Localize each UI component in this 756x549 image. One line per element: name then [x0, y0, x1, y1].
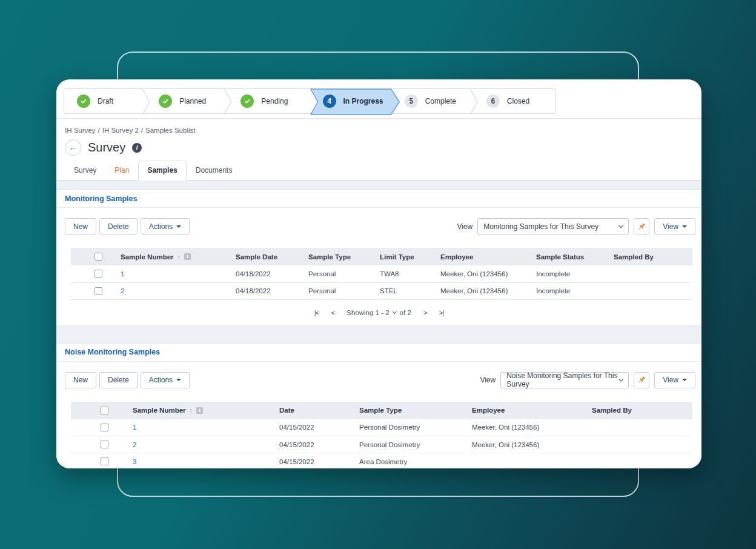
row-checkbox[interactable]: [101, 441, 108, 448]
step-planned[interactable]: Planned: [146, 89, 228, 113]
column-header-employee[interactable]: Employee: [433, 248, 529, 265]
sample-number-link[interactable]: 1: [133, 424, 136, 431]
new-button[interactable]: New: [65, 372, 96, 388]
step-label: Complete: [425, 97, 456, 105]
new-button[interactable]: New: [65, 218, 96, 235]
check-circle-icon: [240, 95, 254, 108]
column-label: Sample Number: [121, 253, 174, 261]
delete-button[interactable]: Delete: [99, 218, 138, 235]
cell-sampled-by: [585, 419, 692, 436]
sample-number-link[interactable]: 2: [133, 441, 136, 448]
back-button[interactable]: ←: [65, 139, 81, 156]
view-label: View: [480, 376, 496, 384]
cell-sample-date: 04/18/2022: [228, 282, 301, 299]
column-header-sample-type[interactable]: Sample Type: [352, 402, 465, 419]
actions-button[interactable]: Actions: [141, 372, 190, 388]
row-checkbox[interactable]: [101, 458, 108, 465]
step-draft[interactable]: Draft: [64, 89, 146, 113]
caret-down-icon: [682, 225, 687, 228]
total-label: of 2: [400, 309, 411, 316]
step-closed[interactable]: 6 Closed: [474, 89, 555, 113]
pin-view-button[interactable]: [634, 372, 649, 388]
column-header-sampled-by[interactable]: Sampled By: [606, 248, 692, 265]
cell-employee: Meeker, Oni (123456): [465, 436, 585, 453]
actions-button[interactable]: Actions: [141, 218, 190, 235]
tab-survey[interactable]: Survey: [65, 161, 105, 181]
info-icon[interactable]: i: [132, 143, 142, 153]
cell-sample-type: Area Dosimetry: [352, 453, 465, 469]
stepper-band: Draft Planned Pending 4 In Progress: [56, 79, 701, 119]
column-header-sample-number[interactable]: Sample Number↑1: [125, 402, 272, 419]
monitoring-samples-panel: Monitoring Samples New Delete Actions Vi…: [56, 189, 701, 326]
step-complete[interactable]: 5 Complete: [392, 89, 474, 113]
step-pending[interactable]: Pending: [228, 89, 310, 113]
cell-sample-date: 04/18/2022: [228, 265, 301, 282]
column-header-date[interactable]: Date: [272, 402, 352, 419]
step-separator-icon: [224, 89, 232, 115]
column-header-sample-type[interactable]: Sample Type: [301, 248, 373, 265]
cell-sampled-by: [606, 265, 692, 282]
title-row: ← Survey i: [56, 134, 701, 156]
view-select[interactable]: Noise Monitoring Samples for This Survey: [500, 372, 629, 388]
step-label: Planned: [179, 97, 206, 105]
check-circle-icon: [159, 95, 172, 108]
pin-view-button[interactable]: [634, 218, 649, 235]
column-label: Sample Number: [133, 407, 186, 414]
breadcrumb-current: Samples Sublist: [145, 127, 195, 134]
row-checkbox[interactable]: [94, 287, 102, 295]
caret-down-icon: [176, 225, 181, 228]
select-all-checkbox[interactable]: [94, 253, 102, 261]
first-page-button[interactable]: |<: [314, 309, 319, 316]
view-menu-button[interactable]: View: [654, 218, 695, 235]
delete-button[interactable]: Delete: [99, 372, 138, 388]
cell-date: 04/15/2022: [272, 419, 352, 436]
step-in-progress[interactable]: 4 In Progress: [310, 89, 392, 113]
tab-documents[interactable]: Documents: [187, 161, 242, 181]
breadcrumb-separator: /: [141, 127, 143, 134]
cell-date: 04/15/2022: [272, 453, 352, 469]
sort-order-badge: 1: [184, 253, 191, 260]
table-header-row: Sample Number↑1 Sample Date Sample Type …: [71, 248, 692, 265]
step-separator-icon: [142, 89, 150, 115]
table-row: 2 04/15/2022 Personal Dosimetry Meeker, …: [71, 436, 692, 453]
sample-number-link[interactable]: 1: [121, 270, 124, 278]
breadcrumb-separator: /: [98, 127, 100, 134]
column-header-sample-number[interactable]: Sample Number↑1: [113, 248, 228, 265]
page-title: Survey: [88, 141, 125, 155]
view-label: View: [457, 222, 472, 231]
tab-samples[interactable]: Samples: [138, 161, 186, 181]
noise-monitoring-samples-title: Noise Monitoring Samples: [56, 344, 701, 362]
actions-label: Actions: [149, 376, 173, 384]
cell-employee: Meeker, Oni (123456): [465, 419, 585, 436]
row-checkbox[interactable]: [94, 270, 102, 278]
monitoring-toolbar: New Delete Actions View Monitoring Sampl…: [56, 208, 701, 239]
cell-employee: Meeker, Oni (123456): [433, 282, 529, 299]
table-header-row: Sample Number↑1 Date Sample Type Employe…: [71, 402, 692, 419]
table-row: 2 04/18/2022 Personal STEL Meeker, Oni (…: [71, 282, 692, 299]
column-header-limit-type[interactable]: Limit Type: [373, 248, 433, 265]
sort-order-badge: 1: [196, 407, 203, 414]
showing-range-dropdown[interactable]: Showing 1 - 2 of 2: [346, 309, 411, 316]
breadcrumb-link-ih-survey[interactable]: IH Survey: [65, 127, 96, 134]
column-header-employee[interactable]: Employee: [465, 402, 585, 419]
sample-number-link[interactable]: 2: [121, 287, 124, 294]
chevron-down-icon: [618, 223, 623, 228]
step-label: Draft: [98, 97, 113, 105]
sample-number-link[interactable]: 3: [133, 458, 136, 465]
cell-sampled-by: [585, 436, 692, 453]
cell-sampled-by: [585, 453, 692, 469]
row-checkbox[interactable]: [101, 424, 108, 431]
view-select[interactable]: Monitoring Samples for This Survey: [477, 218, 629, 235]
select-all-checkbox[interactable]: [101, 407, 108, 414]
column-header-sampled-by[interactable]: Sampled By: [585, 402, 692, 419]
table-row: 3 04/15/2022 Area Dosimetry: [71, 453, 692, 469]
view-menu-button[interactable]: View: [654, 372, 695, 388]
column-header-sample-status[interactable]: Sample Status: [529, 248, 606, 265]
panel-gap: [56, 326, 701, 343]
tab-plan[interactable]: Plan: [105, 161, 138, 181]
column-header-sample-date[interactable]: Sample Date: [228, 248, 301, 265]
previous-page-button[interactable]: <: [331, 309, 335, 316]
breadcrumb-link-ih-survey-2[interactable]: IH Survey 2: [102, 127, 139, 134]
next-page-button[interactable]: >: [423, 309, 427, 316]
last-page-button[interactable]: >|: [439, 309, 443, 316]
